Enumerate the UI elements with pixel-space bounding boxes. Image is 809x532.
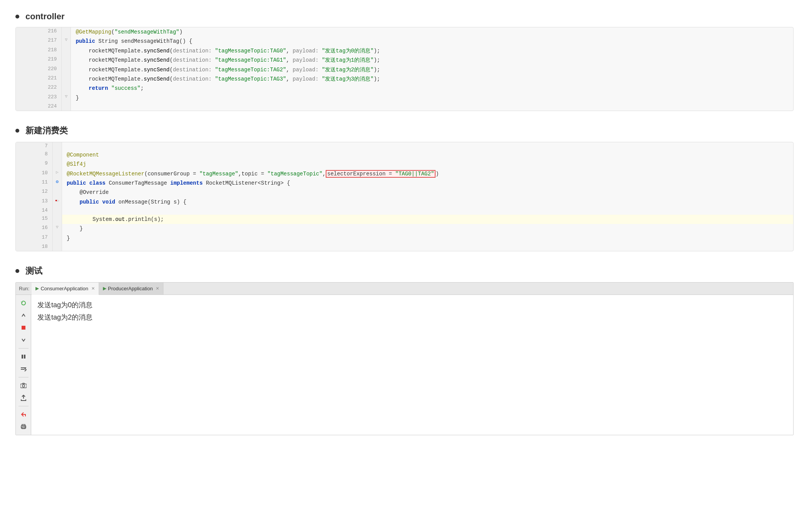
bullet-icon-2 bbox=[15, 129, 19, 133]
controller-code-block: 216@GetMapping("sendMessageWithTag")217▽… bbox=[15, 27, 794, 111]
toolbar-separator-3 bbox=[19, 406, 29, 406]
line-number: 218 bbox=[16, 46, 62, 56]
line-gutter bbox=[52, 234, 62, 243]
controller-title: controller bbox=[15, 12, 794, 22]
line-number: 14 bbox=[16, 207, 52, 215]
run-panel: Run: ▶ ConsumerApplication ✕ ▶ ProducerA… bbox=[15, 282, 794, 435]
toolbar-separator-2 bbox=[19, 377, 29, 377]
line-gutter: ▷ bbox=[52, 169, 62, 178]
line-code: rocketMQTemplate.syncSend(destination: "… bbox=[71, 74, 793, 84]
svg-point-10 bbox=[25, 426, 25, 427]
line-number: 219 bbox=[16, 56, 62, 65]
line-number: 216 bbox=[16, 27, 62, 37]
line-code: rocketMQTemplate.syncSend(destination: "… bbox=[71, 46, 793, 56]
line-number: 221 bbox=[16, 74, 62, 84]
line-gutter bbox=[52, 150, 62, 160]
line-code bbox=[62, 142, 793, 150]
line-number: 11 bbox=[16, 178, 52, 188]
line-gutter bbox=[52, 207, 62, 215]
output-line-1: 发送tag为0的消息 bbox=[37, 299, 787, 311]
line-code: return "success"; bbox=[71, 84, 793, 93]
line-number: 12 bbox=[16, 188, 52, 197]
test-section: 测试 Run: ▶ ConsumerApplication ✕ ▶ Produc… bbox=[15, 265, 794, 435]
line-number: 222 bbox=[16, 84, 62, 93]
back-button[interactable] bbox=[19, 409, 29, 419]
line-code: rocketMQTemplate.syncSend(destination: "… bbox=[71, 65, 793, 74]
run-toolbar bbox=[16, 295, 31, 435]
camera-button[interactable] bbox=[19, 380, 29, 391]
line-number: 8 bbox=[16, 150, 52, 160]
line-number: 15 bbox=[16, 215, 52, 224]
line-code: @RocketMQMessageListener(consumerGroup =… bbox=[62, 169, 793, 178]
line-code: } bbox=[62, 224, 793, 233]
line-code bbox=[71, 103, 793, 111]
tab-close-producer[interactable]: ✕ bbox=[156, 286, 159, 291]
line-number: 220 bbox=[16, 65, 62, 74]
line-gutter bbox=[52, 243, 62, 251]
line-number: 16 bbox=[16, 224, 52, 233]
consumer-code-block: 78@Component9@Slf4j10▷@RocketMQMessageLi… bbox=[15, 142, 794, 251]
scroll-down-button[interactable] bbox=[19, 335, 29, 345]
line-code: rocketMQTemplate.syncSend(destination: "… bbox=[71, 56, 793, 65]
line-gutter: ●▷ bbox=[52, 197, 62, 207]
toolbar-separator-1 bbox=[19, 348, 29, 348]
output-line-2: 发送tag为2的消息 bbox=[37, 311, 787, 323]
line-code: public void onMessage(String s) { bbox=[62, 197, 793, 207]
test-title: 测试 bbox=[15, 265, 794, 277]
stop-button[interactable] bbox=[19, 323, 29, 333]
line-number: 13 bbox=[16, 197, 52, 207]
line-number: 7 bbox=[16, 142, 52, 150]
line-gutter bbox=[62, 84, 71, 93]
svg-rect-4 bbox=[21, 369, 25, 370]
export-button[interactable] bbox=[19, 393, 29, 403]
tab-icon-consumer: ▶ bbox=[35, 286, 39, 291]
line-code: @Component bbox=[62, 150, 793, 160]
tab-producer-app[interactable]: ▶ ProducerApplication ✕ bbox=[99, 282, 163, 295]
run-body: 发送tag为0的消息 发送tag为2的消息 bbox=[16, 295, 793, 435]
tab-label-consumer: ConsumerApplication bbox=[40, 286, 88, 291]
pause-button[interactable] bbox=[19, 352, 29, 362]
line-code: } bbox=[71, 93, 793, 103]
line-code bbox=[62, 243, 793, 251]
line-number: 224 bbox=[16, 103, 62, 111]
svg-rect-3 bbox=[21, 367, 26, 368]
line-number: 10 bbox=[16, 169, 52, 178]
line-code: public class ConsumerTagMessage implemen… bbox=[62, 178, 793, 188]
run-label: Run: bbox=[19, 286, 29, 291]
svg-point-6 bbox=[22, 385, 25, 387]
consumer-section: 新建消费类 78@Component9@Slf4j10▷@RocketMQMes… bbox=[15, 125, 794, 251]
tab-close-consumer[interactable]: ✕ bbox=[91, 286, 95, 291]
line-gutter bbox=[52, 188, 62, 197]
run-output: 发送tag为0的消息 发送tag为2的消息 bbox=[31, 295, 793, 435]
print-button[interactable] bbox=[19, 422, 29, 432]
bullet-icon bbox=[15, 15, 19, 19]
rerun-button[interactable] bbox=[19, 298, 29, 308]
line-gutter bbox=[52, 215, 62, 224]
controller-section: controller 216@GetMapping("sendMessageWi… bbox=[15, 12, 794, 111]
code-table-consumer: 78@Component9@Slf4j10▷@RocketMQMessageLi… bbox=[16, 142, 793, 251]
svg-rect-2 bbox=[24, 355, 25, 359]
line-code: @Slf4j bbox=[62, 160, 793, 169]
code-table-controller: 216@GetMapping("sendMessageWithTag")217▽… bbox=[16, 27, 793, 111]
line-code bbox=[62, 207, 793, 215]
line-code: public String sendMessageWithTag() { bbox=[71, 37, 793, 46]
tab-label-producer: ProducerApplication bbox=[108, 286, 153, 291]
consumer-title: 新建消费类 bbox=[15, 125, 794, 136]
line-gutter bbox=[62, 103, 71, 111]
line-gutter: ⚙ bbox=[52, 178, 62, 188]
line-gutter bbox=[62, 27, 71, 37]
tab-consumer-app[interactable]: ▶ ConsumerApplication ✕ bbox=[32, 283, 99, 295]
line-gutter: ▽ bbox=[52, 224, 62, 233]
line-number: 217 bbox=[16, 37, 62, 46]
tab-icon-producer: ▶ bbox=[103, 286, 106, 291]
run-tabs-bar: Run: ▶ ConsumerApplication ✕ ▶ ProducerA… bbox=[16, 283, 793, 295]
line-gutter bbox=[52, 160, 62, 169]
scroll-up-button[interactable] bbox=[19, 310, 29, 320]
line-gutter: ▽ bbox=[62, 93, 71, 103]
line-gutter: ▽ bbox=[62, 37, 71, 46]
line-code: @GetMapping("sendMessageWithTag") bbox=[71, 27, 793, 37]
line-number: 18 bbox=[16, 243, 52, 251]
svg-rect-1 bbox=[22, 355, 23, 359]
line-number: 9 bbox=[16, 160, 52, 169]
step-over-button[interactable] bbox=[19, 364, 29, 374]
